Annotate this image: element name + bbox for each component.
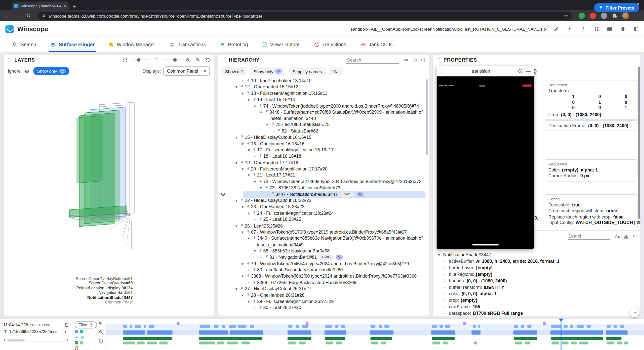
match-word-icon[interactable]: ab <box>624 234 628 238</box>
expand-chevron-icon[interactable]: ▾ <box>240 292 245 298</box>
new-tab-button[interactable]: + <box>73 3 76 9</box>
regex-icon[interactable]: (*) <box>421 58 425 62</box>
tree-row[interactable]: ▾15 - HideDisplayCutout:16:16#15 <box>234 134 427 141</box>
tree-row[interactable]: ▾24 - FullscreenMagnification:18:23#24 <box>234 210 427 216</box>
extension-icon[interactable] <box>590 13 596 19</box>
expand-chevron-icon[interactable]: ▾ <box>234 160 239 166</box>
tree-row[interactable]: ▾13 - FullscreenMagnification:15:15#13 <box>234 90 427 97</box>
timeline-filter-button[interactable]: Filter <box>75 321 97 328</box>
address-bar[interactable]: winscope.teams.x20web.corp.google.com/pr… <box>38 12 572 20</box>
timeline-cursor[interactable] <box>561 319 561 350</box>
timeline-canvas[interactable] <box>106 319 644 350</box>
bookmark-star-icon[interactable]: ☆ <box>564 13 568 18</box>
pin-icon[interactable] <box>245 90 251 95</box>
expand-chevron-icon[interactable]: ▾ <box>258 109 264 115</box>
documentation-icon[interactable] <box>607 26 612 31</box>
copy-icon[interactable] <box>64 329 69 334</box>
expand-chevron-icon[interactable]: ▾ <box>252 248 257 254</box>
extensions-puzzle-icon[interactable] <box>612 13 617 18</box>
tab-window-manager[interactable]: Window Manager <box>109 37 155 52</box>
match-word-icon[interactable]: ab <box>413 58 417 62</box>
reset-view-icon[interactable] <box>205 57 210 63</box>
expand-chevron-icon[interactable]: ▾ <box>240 260 245 267</box>
pin-icon[interactable] <box>245 292 251 297</box>
pin-icon[interactable] <box>270 191 276 196</box>
cast-icon[interactable] <box>601 13 607 19</box>
pin-icon[interactable] <box>245 78 251 82</box>
panel-drag-icon[interactable] <box>437 58 441 62</box>
hierarchy-search-input[interactable] <box>346 56 399 63</box>
pin-icon[interactable] <box>264 254 269 259</box>
browser-tab[interactable]: Winscope | sandbox-FAIl × <box>12 2 69 10</box>
expand-chevron-icon[interactable]: ▾ <box>234 286 239 292</box>
tree-row[interactable]: ▾74 - WindowToken{fdddbe6 type=2000 andr… <box>234 103 427 109</box>
expand-chevron-icon[interactable]: ▾ <box>246 97 251 103</box>
screenshot-overlay[interactable]: transition — <box>437 66 534 249</box>
properties-tree-row[interactable]: ◦barrierLayer:[empty] <box>437 265 638 271</box>
tab-transactions[interactable]: Transactions <box>169 37 206 52</box>
zoom-in-icon[interactable] <box>185 57 190 63</box>
download-icon[interactable] <box>567 26 573 32</box>
expand-chevron-icon[interactable]: ▾ <box>252 179 257 185</box>
tree-row[interactable]: ◦3447 - NotificationShade#3447HWCV <box>234 191 427 197</box>
tree-row[interactable]: ▾68 - 885b63e NavigationBar0#68 <box>234 248 427 254</box>
drag-handle-icon[interactable] <box>440 69 444 73</box>
tab-jank-cujs[interactable]: Jank CUJs <box>360 37 393 52</box>
tree-row[interactable]: ▾67 - WindowToken{e5176f9 type=2019 andr… <box>234 229 427 235</box>
cuj-trace-icon[interactable] <box>80 341 83 344</box>
pin-icon[interactable] <box>258 103 263 107</box>
expand-chevron-icon[interactable]: ▾ <box>234 223 239 229</box>
attachment-icon[interactable] <box>75 346 79 350</box>
tab-search[interactable]: Search <box>12 37 36 52</box>
properties-tree-row[interactable]: ◦crop:{empty} <box>437 297 638 304</box>
transitions-trace-icon[interactable] <box>75 341 78 344</box>
pin-icon[interactable] <box>239 134 245 139</box>
overlay-minimize-icon[interactable]: — <box>526 69 531 74</box>
tree-row[interactable]: ▾3449 - Surface(name=885b63e NavigationB… <box>234 235 427 248</box>
pin-icon[interactable] <box>239 197 245 202</box>
overlay-title-bar[interactable]: transition — <box>437 66 534 76</box>
tree-row[interactable]: ▾26 - Leaf:25:25#26 <box>234 223 427 229</box>
tree-row[interactable]: ▾23 - OneHanded:18:23#23 <box>234 204 427 210</box>
tree-row[interactable]: ▾21 - Leaf:17:17#21 <box>234 172 427 179</box>
filter-presets-button[interactable]: Filter Presets <box>594 3 639 12</box>
browser-menu-icon[interactable]: ⋮ <box>634 13 640 19</box>
profile-avatar[interactable] <box>622 12 629 19</box>
extension-icon[interactable] <box>579 13 585 19</box>
pin-icon[interactable] <box>258 179 263 183</box>
pin-icon[interactable] <box>251 235 257 240</box>
tree-row[interactable]: ▾22 - HideDisplayCutout:18:23#22 <box>234 197 427 204</box>
pin-icon[interactable] <box>245 260 251 265</box>
pin-icon[interactable] <box>251 298 257 303</box>
pin-icon[interactable] <box>251 172 257 177</box>
tree-row[interactable]: ▾79 - WindowToken{7046b4a type=2024 andr… <box>234 260 427 267</box>
info-icon[interactable] <box>518 69 523 74</box>
pin-icon[interactable] <box>264 109 269 114</box>
tree-row[interactable]: ▾17 - FullscreenMagnification:16:16#17 <box>234 147 427 153</box>
tree-row[interactable]: ◦80 - ace6abb SecondaryHomeHandle0#80 <box>234 267 427 273</box>
expand-chevron-icon[interactable]: ▾ <box>240 90 245 97</box>
pin-icon[interactable] <box>245 166 251 170</box>
back-icon[interactable]: ← <box>4 13 10 19</box>
panel-drag-icon[interactable] <box>7 58 11 62</box>
expand-chevron-icon[interactable]: ▾ <box>234 84 239 90</box>
tree-row[interactable]: ◦10 - ImePlaceholder:13:14#10 <box>234 78 427 84</box>
properties-scrollbar[interactable] <box>638 67 640 219</box>
tree-row[interactable]: ◦30 - Leaf:26:27#30 <box>234 305 427 311</box>
tree-row[interactable]: ▾19 - OneHanded:17:17#19 <box>234 160 427 166</box>
tree-row[interactable]: ▾12 - OneHanded:15:15#12 <box>234 84 427 90</box>
show-only-v-button[interactable]: Show only V <box>33 67 69 75</box>
timeline-scrollbar[interactable]: < > <box>3 338 69 342</box>
tree-row[interactable]: ▾14 - Leaf:15:15#14 <box>234 97 427 103</box>
expand-chevron-icon[interactable]: ▾ <box>252 103 257 109</box>
properties-tree-row[interactable]: ◦color:(0, 0, 0), alpha: 1 <box>437 291 638 297</box>
properties-tree-row[interactable]: ◦currFrame:155 <box>437 304 638 311</box>
properties-tree-row[interactable]: ◦bufferTransform:IDENTITY <box>437 284 638 291</box>
tree-row[interactable]: ▾72 - WindowToken{a2746de type=2040 andr… <box>234 179 427 185</box>
tree-row[interactable]: ▾3368 - WindowToken{f6b2f60 type=2024 an… <box>234 273 427 279</box>
expand-chevron-icon[interactable]: ▾ <box>246 147 251 153</box>
properties-tree-row[interactable]: ◦blurRegions:[empty] <box>437 271 638 278</box>
pin-icon[interactable] <box>251 210 257 215</box>
tree-row[interactable]: ▾75 - ed70f88 StatusBar#75 <box>234 122 427 128</box>
pin-icon[interactable] <box>239 84 245 89</box>
